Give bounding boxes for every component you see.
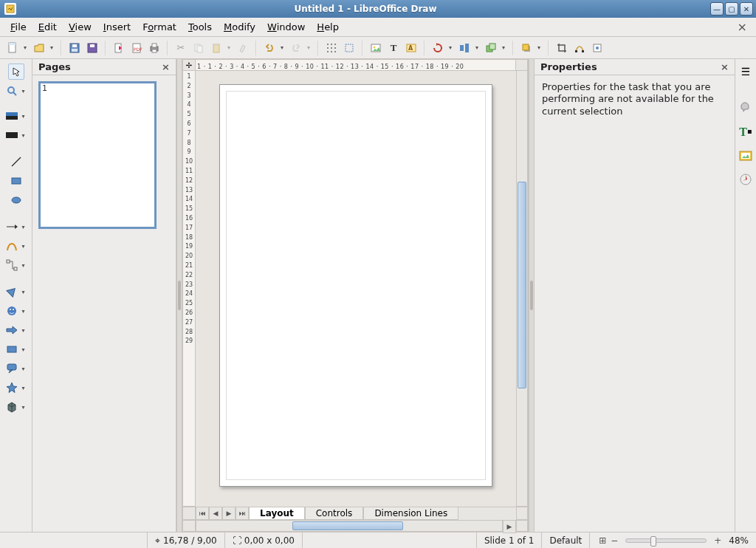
sidebar-properties-tab[interactable] <box>738 100 754 117</box>
sidebar-settings-button[interactable]: ☰ <box>738 64 754 80</box>
flowchart-dropdown[interactable]: ▾ <box>20 346 27 353</box>
menu-edit[interactable]: Edit <box>32 19 63 35</box>
layer-tab-layout[interactable]: Layout <box>249 507 305 520</box>
zoom-tool[interactable] <box>4 83 20 99</box>
flowchart-tool[interactable] <box>4 341 20 357</box>
align-dropdown[interactable]: ▾ <box>474 44 480 51</box>
menu-help[interactable]: Help <box>311 19 345 35</box>
zoom-dropdown[interactable]: ▾ <box>20 88 27 95</box>
redo-button[interactable] <box>288 40 304 56</box>
menu-tools[interactable]: Tools <box>182 19 218 35</box>
connector-tool[interactable] <box>4 257 20 273</box>
curve-tool[interactable] <box>4 238 20 254</box>
edit-points-button[interactable] <box>571 40 588 56</box>
insert-textbox-button[interactable]: T <box>385 40 402 56</box>
menu-window[interactable]: Window <box>261 19 311 35</box>
paste-dropdown[interactable]: ▾ <box>226 44 232 51</box>
window-minimize-button[interactable]: — <box>710 2 724 16</box>
helplines-button[interactable] <box>341 40 357 56</box>
shadow-dropdown[interactable]: ▾ <box>536 44 542 51</box>
scroll-right-button[interactable]: ▶ <box>503 520 516 533</box>
prev-page-nav-button[interactable]: ◀ <box>209 507 222 520</box>
symbol-shapes-tool[interactable] <box>4 303 20 319</box>
horizontal-scrollbar-thumb[interactable] <box>292 521 403 530</box>
paste-button[interactable] <box>208 40 224 56</box>
select-tool[interactable] <box>8 64 24 80</box>
menu-file[interactable]: File <box>4 19 32 35</box>
format-paintbrush-button[interactable] <box>235 40 251 56</box>
zoom-in-button[interactable]: + <box>712 535 723 546</box>
fill-color-dropdown[interactable]: ▾ <box>20 113 27 120</box>
zoom-out-button[interactable]: − <box>609 535 619 546</box>
callouts-tool[interactable] <box>4 360 20 377</box>
zoom-value[interactable]: 48% <box>729 535 749 546</box>
block-arrows-tool[interactable] <box>4 322 20 338</box>
window-maximize-button[interactable]: ▢ <box>725 2 738 16</box>
menu-format[interactable]: Format <box>137 19 182 35</box>
vertical-ruler[interactable]: 1234567891011121314151617181920212223242… <box>182 71 196 507</box>
status-page-style[interactable]: Default <box>542 532 590 548</box>
shadow-button[interactable] <box>518 40 535 56</box>
insert-fontwork-button[interactable]: A <box>403 40 419 56</box>
line-color-button[interactable] <box>4 127 20 143</box>
export-pdf-button[interactable]: PDF <box>128 40 145 56</box>
arrange-button[interactable] <box>483 40 499 56</box>
window-close-button[interactable]: ✕ <box>740 2 753 16</box>
undo-dropdown[interactable]: ▾ <box>279 44 285 51</box>
status-slide-info[interactable]: Slide 1 of 1 <box>477 532 543 548</box>
drawing-canvas[interactable] <box>196 71 516 507</box>
block-arrows-dropdown[interactable]: ▾ <box>20 327 27 334</box>
page-paper[interactable] <box>219 84 492 487</box>
grid-button[interactable] <box>323 40 340 56</box>
layer-tab-dimension-lines[interactable]: Dimension Lines <box>363 507 458 520</box>
3d-objects-dropdown[interactable]: ▾ <box>20 404 27 411</box>
last-page-nav-button[interactable]: ⏭ <box>236 507 249 520</box>
horizontal-ruler[interactable]: 1 · 1 · 2 · 3 · 4 · 5 · 6 · 7 · 8 · 9 · … <box>196 59 516 71</box>
line-color-dropdown[interactable]: ▾ <box>20 132 27 139</box>
arrow-dropdown[interactable]: ▾ <box>20 224 27 230</box>
menu-modify[interactable]: Modify <box>218 19 261 35</box>
sidebar-navigator-tab[interactable] <box>738 171 754 188</box>
new-document-dropdown[interactable]: ▾ <box>22 44 28 51</box>
save-as-button[interactable] <box>84 40 100 56</box>
symbol-shapes-dropdown[interactable]: ▾ <box>20 308 27 315</box>
vertical-scrollbar[interactable] <box>516 71 528 507</box>
pages-panel-collapse-handle[interactable] <box>176 59 182 532</box>
redo-dropdown[interactable]: ▾ <box>306 44 312 51</box>
cut-button[interactable]: ✂ <box>173 40 189 56</box>
arrow-tool[interactable] <box>4 219 20 235</box>
3d-objects-tool[interactable] <box>4 399 20 415</box>
undo-button[interactable] <box>261 40 278 56</box>
new-document-button[interactable] <box>4 40 21 56</box>
first-page-nav-button[interactable]: ⏮ <box>196 507 209 520</box>
menu-insert[interactable]: Insert <box>97 19 137 35</box>
export-button[interactable] <box>111 40 127 56</box>
fill-color-button[interactable] <box>4 108 20 124</box>
sidebar-gallery-tab[interactable] <box>738 148 754 164</box>
open-button[interactable] <box>31 40 47 56</box>
fit-page-button[interactable]: ⊞ <box>597 535 608 546</box>
close-document-button[interactable]: × <box>733 20 752 34</box>
callouts-dropdown[interactable]: ▾ <box>20 366 27 372</box>
gluepoints-button[interactable] <box>589 40 605 56</box>
arrange-dropdown[interactable]: ▾ <box>501 44 506 51</box>
zoom-slider[interactable] <box>625 538 707 543</box>
page-thumbnail-1[interactable]: 1 <box>38 81 157 229</box>
print-button[interactable] <box>146 40 162 56</box>
connector-dropdown[interactable]: ▾ <box>20 262 27 269</box>
align-button[interactable] <box>456 40 472 56</box>
insert-image-button[interactable] <box>368 40 384 56</box>
ruler-corner[interactable]: ✢ <box>182 59 196 71</box>
basic-shapes-tool[interactable] <box>4 284 20 300</box>
stars-tool[interactable] <box>4 380 20 396</box>
open-dropdown[interactable]: ▾ <box>49 44 55 51</box>
line-tool[interactable] <box>8 154 24 170</box>
next-page-nav-button[interactable]: ▶ <box>222 507 236 520</box>
ellipse-tool[interactable] <box>8 192 24 208</box>
sidebar-styles-tab[interactable]: T▪ <box>738 124 754 140</box>
rectangle-tool[interactable] <box>8 173 24 189</box>
pages-panel-close-button[interactable]: × <box>162 61 170 72</box>
crop-button[interactable] <box>554 40 570 56</box>
properties-panel-collapse-handle[interactable] <box>529 59 535 532</box>
basic-shapes-dropdown[interactable]: ▾ <box>20 289 27 295</box>
